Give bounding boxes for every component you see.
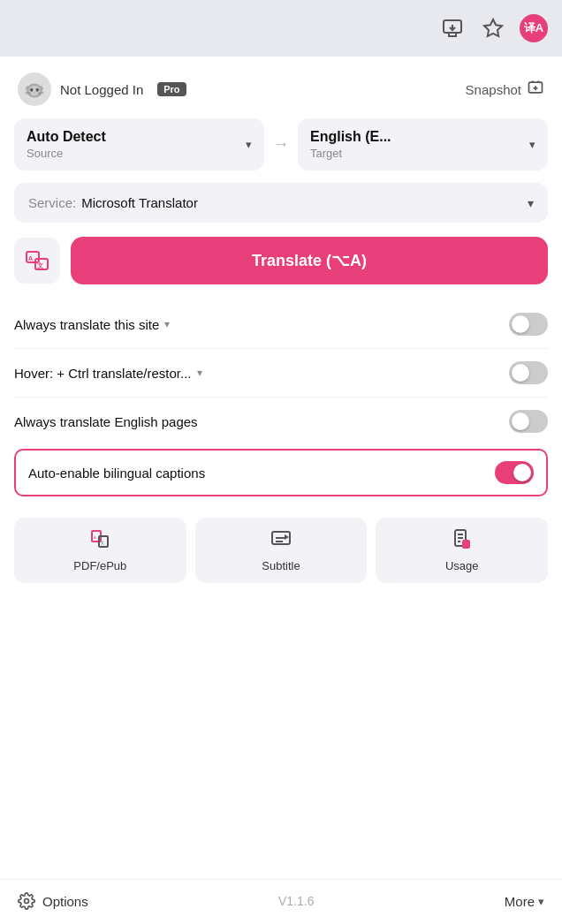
options-label: Options bbox=[42, 894, 88, 909]
svg-marker-31 bbox=[285, 534, 289, 540]
service-chevron-icon: ▾ bbox=[528, 196, 534, 210]
toggle-knob bbox=[513, 464, 531, 481]
usage-icon bbox=[452, 528, 473, 554]
options-button[interactable]: Options bbox=[18, 892, 88, 910]
snapshot-button[interactable]: Snapshot bbox=[466, 79, 544, 101]
toggle-knob bbox=[512, 364, 529, 382]
main-popup: Not Logged In Pro Snapshot Auto Detect S… bbox=[0, 57, 562, 924]
download-icon[interactable] bbox=[438, 14, 467, 42]
pdf-epub-label: PDF/ePub bbox=[73, 559, 126, 572]
more-label: More bbox=[505, 894, 535, 909]
service-name: Microsoft Translator bbox=[81, 195, 528, 210]
svg-point-9 bbox=[36, 88, 39, 92]
footer: Options V1.1.6 More ▾ bbox=[0, 879, 562, 924]
translate-button[interactable]: Translate (⌥A) bbox=[71, 237, 548, 284]
source-language-name: Auto Detect bbox=[27, 129, 106, 145]
service-selector[interactable]: Service: Microsoft Translator ▾ bbox=[14, 183, 548, 223]
always-translate-chevron: ▾ bbox=[164, 318, 170, 330]
service-label: Service: bbox=[28, 195, 76, 210]
svg-marker-2 bbox=[484, 19, 502, 36]
more-chevron-icon: ▾ bbox=[538, 895, 544, 908]
snapshot-label: Snapshot bbox=[466, 82, 521, 97]
shortcuts-row: A 文 PDF/ePub Subtitle bbox=[0, 504, 562, 594]
hover-translate-toggle[interactable] bbox=[509, 361, 548, 384]
target-language-label: Target bbox=[310, 147, 391, 160]
bilingual-captions-row: Auto-enable bilingual captions bbox=[14, 449, 548, 496]
always-english-row: Always translate English pages bbox=[14, 398, 548, 445]
svg-text:A: A bbox=[28, 255, 33, 261]
snapshot-icon bbox=[527, 79, 544, 101]
arrow-right-icon: → bbox=[273, 135, 289, 154]
pdf-epub-icon: A 文 bbox=[89, 528, 110, 554]
svg-text:文: 文 bbox=[37, 261, 43, 269]
hover-translate-label: Hover: + Ctrl translate/restor... ▾ bbox=[14, 366, 509, 381]
top-bar: 译A bbox=[0, 0, 562, 57]
subtitle-button[interactable]: Subtitle bbox=[195, 518, 368, 583]
bilingual-toggle[interactable] bbox=[495, 461, 534, 484]
always-translate-row: Always translate this site ▾ bbox=[14, 300, 548, 349]
always-translate-label: Always translate this site ▾ bbox=[14, 317, 509, 332]
more-button[interactable]: More ▾ bbox=[505, 894, 544, 909]
usage-label: Usage bbox=[445, 559, 479, 572]
toggle-section: Always translate this site ▾ Hover: + Ct… bbox=[0, 300, 562, 445]
svg-text:文: 文 bbox=[101, 541, 104, 545]
header: Not Logged In Pro Snapshot bbox=[0, 57, 562, 118]
svg-point-8 bbox=[30, 88, 33, 92]
svg-text:A: A bbox=[94, 535, 96, 540]
always-english-label: Always translate English pages bbox=[14, 414, 509, 429]
subtitle-label: Subtitle bbox=[262, 559, 300, 572]
usage-button[interactable]: Usage bbox=[376, 518, 548, 583]
pdf-epub-button[interactable]: A 文 PDF/ePub bbox=[14, 518, 186, 583]
toggle-knob bbox=[512, 315, 529, 333]
star-icon[interactable] bbox=[479, 14, 507, 42]
translate-icon-button[interactable]: A 文 bbox=[14, 238, 60, 284]
always-translate-toggle[interactable] bbox=[509, 313, 548, 336]
target-language-name: English (E... bbox=[310, 129, 391, 145]
source-chevron-icon: ▾ bbox=[246, 138, 252, 151]
language-row: Auto Detect Source ▾ → English (E... Tar… bbox=[0, 118, 562, 183]
translate-icon-label: 译A bbox=[524, 20, 543, 36]
always-english-toggle[interactable] bbox=[509, 410, 548, 433]
target-language-button[interactable]: English (E... Target ▾ bbox=[298, 118, 548, 170]
bilingual-label: Auto-enable bilingual captions bbox=[28, 466, 495, 481]
hover-chevron: ▾ bbox=[197, 367, 202, 379]
avatar bbox=[18, 72, 51, 106]
version-text: V1.1.6 bbox=[88, 894, 505, 908]
svg-point-37 bbox=[25, 899, 29, 904]
hover-translate-row: Hover: + Ctrl translate/restor... ▾ bbox=[14, 349, 548, 398]
normal-toggles-list: Always translate this site ▾ Hover: + Ct… bbox=[14, 300, 548, 445]
subtitle-icon bbox=[270, 528, 292, 554]
login-text: Not Logged In bbox=[60, 82, 143, 97]
translate-app-icon[interactable]: 译A bbox=[520, 14, 548, 42]
translate-row: A 文 Translate (⌥A) bbox=[0, 237, 562, 300]
source-language-label: Source bbox=[27, 147, 106, 160]
source-language-button[interactable]: Auto Detect Source ▾ bbox=[14, 118, 264, 170]
target-chevron-icon: ▾ bbox=[529, 138, 535, 151]
pro-badge: Pro bbox=[157, 82, 186, 96]
toggle-knob bbox=[512, 413, 529, 430]
svg-rect-36 bbox=[463, 541, 469, 548]
svg-point-10 bbox=[34, 92, 35, 93]
